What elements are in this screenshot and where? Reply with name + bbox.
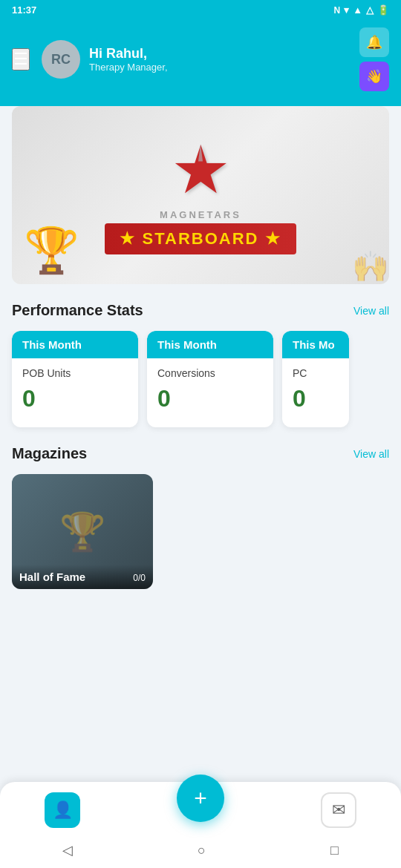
magazines-section: Magazines View all 🏆 Hall of Fame 0/0: [0, 439, 401, 601]
home-nav-icon[interactable]: ○: [198, 843, 206, 858]
performance-stats-title: Performance Stats: [12, 302, 143, 319]
stat-card-pc-value: 0: [282, 382, 349, 415]
magazine-item-title: Hall of Fame: [19, 571, 146, 583]
status-icons-section: N ▾ ▲ △ 🔋: [333, 4, 389, 16]
banner: 🏆 ★ MAGNETARS ★ STARBOARD ★ 🙌: [12, 106, 389, 284]
banner-title: ★ STARBOARD ★: [120, 229, 281, 249]
stat-card-pob: This Month POB Units 0: [12, 331, 138, 427]
avatar: RC: [42, 40, 80, 79]
header-user-info: Hi Rahul, Therapy Manager,: [89, 46, 351, 73]
system-nav-bar: ◁ ○ □: [0, 835, 401, 868]
fab-plus-icon: +: [194, 786, 207, 811]
magazines-title: Magazines: [12, 445, 87, 462]
wifi-icon: ▾: [344, 4, 349, 16]
profile-nav-icon: 👤: [53, 800, 73, 820]
magazine-hall-of-fame[interactable]: 🏆 Hall of Fame 0/0: [12, 474, 153, 589]
stats-cards-container: This Month POB Units 0 This Month Conver…: [0, 331, 401, 439]
stat-card-pc-label: PC: [282, 358, 349, 382]
recents-nav-icon[interactable]: □: [330, 843, 339, 858]
performance-stats-view-all[interactable]: View all: [353, 305, 389, 317]
fab-add-button[interactable]: +: [177, 775, 224, 822]
magazine-count: 0/0: [133, 573, 146, 583]
performance-stats-header: Performance Stats View all: [0, 296, 401, 325]
role-text: Therapy Manager,: [89, 62, 351, 73]
wave-button[interactable]: 👋: [359, 62, 389, 91]
stat-card-pob-value: 0: [12, 382, 138, 415]
banner-content: ★ MAGNETARS ★ STARBOARD ★: [105, 137, 296, 254]
stat-card-pc-period: This Mo: [282, 331, 349, 358]
stat-card-conversions-label: Conversions: [147, 358, 273, 382]
time-display: 11:37: [12, 4, 36, 16]
stat-card-conversions-value: 0: [147, 382, 273, 415]
signal-full-icon: ▲: [353, 4, 362, 16]
status-bar: 11:37 N ▾ ▲ △ 🔋: [0, 0, 401, 20]
banner-subtitle: MAGNETARS: [105, 209, 296, 220]
stat-card-pob-label: POB Units: [12, 358, 138, 382]
nfc-icon: N: [333, 5, 340, 16]
stat-card-conversions-period: This Month: [147, 331, 273, 358]
stat-card-conversions: This Month Conversions 0: [147, 331, 273, 427]
magazines-list: 🏆 Hall of Fame 0/0: [0, 474, 401, 589]
hamburger-button[interactable]: ☰: [12, 48, 30, 70]
notification-button[interactable]: 🔔: [359, 27, 389, 57]
profile-nav-button[interactable]: 👤: [45, 792, 80, 828]
trophy-icon: 🏆: [24, 224, 79, 277]
stat-card-pc: This Mo PC 0: [282, 331, 349, 427]
stat-card-pob-period: This Month: [12, 331, 138, 358]
header-actions: 🔔 👋: [359, 27, 389, 91]
magazine-overlay: Hall of Fame: [12, 565, 153, 589]
greeting-text: Hi Rahul,: [89, 46, 351, 62]
status-time-section: 11:37: [12, 4, 36, 16]
hands-icon: 🙌: [352, 249, 389, 284]
back-nav-icon[interactable]: ◁: [62, 842, 73, 858]
signal-half-icon: △: [366, 4, 374, 16]
battery-icon: 🔋: [377, 4, 389, 16]
magazines-header: Magazines View all: [0, 439, 401, 468]
mail-nav-icon: ✉: [332, 800, 345, 820]
bottom-navigation: 👤 + ✉: [0, 782, 401, 835]
magazines-view-all[interactable]: View all: [353, 448, 389, 460]
mail-nav-button[interactable]: ✉: [321, 792, 356, 828]
banner-title-wrap: ★ STARBOARD ★: [105, 223, 296, 254]
bottom-nav-wrapper: 👤 + ✉ ◁ ○ □: [0, 782, 401, 868]
app-header: ☰ RC Hi Rahul, Therapy Manager, 🔔 👋: [0, 20, 401, 106]
